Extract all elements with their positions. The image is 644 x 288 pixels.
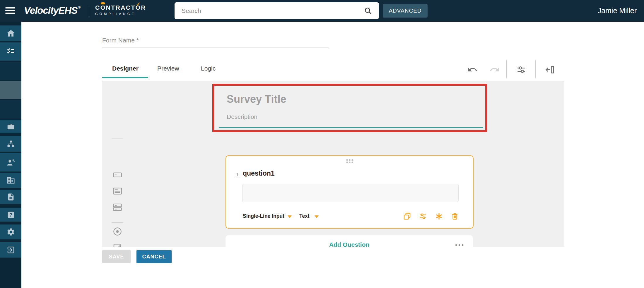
help-icon: ? [7, 211, 15, 219]
toolbox-divider [112, 222, 123, 223]
required-asterisk-icon[interactable] [435, 212, 443, 221]
caret-down-icon[interactable] [315, 215, 319, 218]
survey-description-placeholder[interactable]: Description [227, 113, 257, 120]
toolbox-divider [112, 138, 123, 138]
checklist-icon [6, 47, 16, 56]
duplicate-icon[interactable] [403, 212, 411, 221]
hamburger-menu-icon[interactable] [5, 7, 15, 14]
logo-divider [89, 5, 89, 17]
building-icon [6, 176, 15, 185]
save-button[interactable]: SAVE [102, 250, 131, 263]
double-input-icon[interactable] [112, 202, 123, 212]
toolbar-divider [506, 60, 507, 78]
settings-gear-icon [6, 228, 15, 236]
logo-text: VelocityEHS [24, 5, 77, 16]
redo-icon[interactable] [489, 64, 500, 76]
multi-line-text-icon[interactable] [112, 186, 123, 196]
more-options-icon[interactable]: ••• [455, 242, 465, 247]
sidebar-item-selected[interactable] [0, 81, 21, 99]
contractor-worker-icon [6, 157, 16, 167]
survey-title-placeholder[interactable]: Survey Title [227, 93, 286, 105]
question-type-dropdown[interactable]: Single-Line Input [243, 213, 284, 219]
search-input[interactable] [182, 2, 351, 19]
form-name-label: Form Name * [102, 37, 139, 44]
survey-header-annotation-box[interactable]: Survey Title Description [212, 84, 487, 132]
active-tab-indicator [102, 77, 148, 78]
tab-preview[interactable]: Preview [157, 65, 179, 72]
add-question-button[interactable]: Add Question [226, 241, 473, 247]
svg-text:?: ? [9, 212, 12, 217]
toolbar-divider [535, 60, 536, 78]
registered-mark: ® [78, 5, 80, 9]
sidebar-item-logout[interactable] [0, 242, 21, 258]
delete-icon[interactable] [450, 212, 459, 221]
sidebar-item-help[interactable]: ? [0, 208, 21, 222]
contractor-compliance-wordmark: CONTRACTOR✓ COMPLIANCE [95, 4, 146, 16]
question-card[interactable]: 1. question1 Single-Line Input Text [226, 155, 474, 229]
sidebar-item-companies[interactable] [0, 173, 21, 188]
left-sidebar: ? [0, 22, 21, 288]
tab-logic[interactable]: Logic [201, 65, 216, 72]
search-icon[interactable] [364, 6, 373, 16]
global-search-box [175, 2, 379, 19]
org-chart-icon [6, 139, 15, 148]
user-name[interactable]: Jamie Miller [598, 6, 637, 15]
top-header-bar: VelocityEHS® CONTRACTOR✓ COMPLIANCE ADVA… [0, 0, 644, 22]
document-icon [7, 193, 15, 201]
sidebar-item-home[interactable] [0, 25, 21, 41]
question-number: 1. [236, 172, 240, 177]
brand-checkmark-icon: ✓ [136, 1, 141, 8]
sidebar-item-contractors[interactable] [0, 153, 21, 172]
radio-button-icon[interactable] [112, 226, 123, 237]
survey-title-underline [219, 127, 483, 128]
advanced-search-button[interactable]: ADVANCED [383, 4, 428, 18]
single-line-input-icon[interactable] [112, 170, 123, 180]
sidebar-item-jobs[interactable] [0, 120, 21, 133]
designer-canvas-panel: Survey Title Description 1. question1 Si… [102, 81, 564, 247]
question-title[interactable]: question1 [243, 169, 275, 177]
form-settings-tune-icon[interactable] [516, 64, 527, 76]
caret-down-icon[interactable] [288, 215, 292, 218]
add-question-card: Add Question ••• [226, 235, 473, 247]
sidebar-item-documents[interactable] [0, 190, 21, 204]
briefcase-icon [6, 122, 15, 131]
checkbox-icon[interactable] [112, 242, 123, 247]
question-answer-input[interactable] [242, 184, 459, 202]
form-name-input-underline[interactable] [102, 47, 329, 47]
tab-designer[interactable]: Designer [112, 65, 139, 72]
hardhat-icon [101, 2, 105, 4]
sidebar-item-org-chart[interactable] [0, 136, 21, 152]
collapse-panel-icon[interactable] [545, 64, 555, 76]
drag-handle-icon[interactable] [346, 159, 353, 164]
sidebar-item-settings[interactable] [0, 224, 21, 239]
brand-line2: COMPLIANCE [95, 12, 146, 16]
sidebar-item-hidden-2[interactable] [0, 100, 21, 119]
logout-icon [6, 246, 15, 254]
sidebar-item-hidden-1[interactable] [0, 62, 21, 80]
question-settings-icon[interactable] [418, 212, 427, 221]
undo-icon[interactable] [467, 64, 478, 76]
velocityehs-logo: VelocityEHS® [24, 5, 80, 16]
form-designer-page: VelocityEHS® CONTRACTOR✓ COMPLIANCE ADVA… [0, 0, 644, 288]
question-subtype-dropdown[interactable]: Text [299, 213, 310, 219]
home-icon [6, 29, 16, 38]
cancel-button[interactable]: CANCEL [136, 250, 172, 263]
sidebar-item-checklist[interactable] [0, 42, 21, 61]
